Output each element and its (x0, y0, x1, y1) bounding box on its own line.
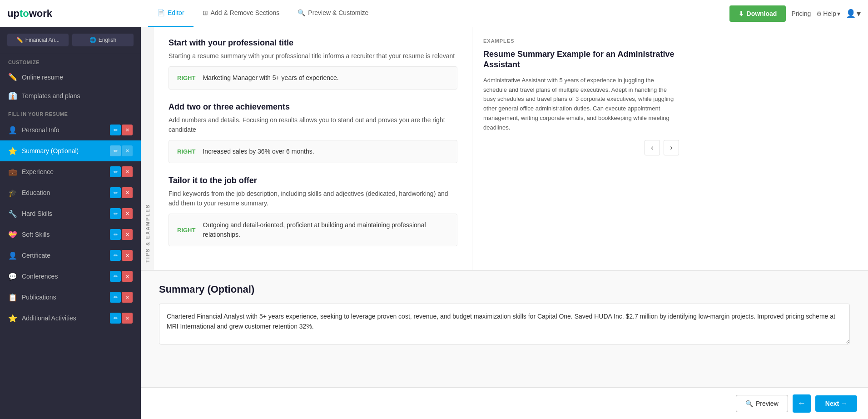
education-label: Education (22, 189, 105, 196)
sidebar-item-publications[interactable]: 📋 Publications ✏ ✕ (0, 287, 141, 308)
example-body: Administrative Assistant with 5 years of… (483, 76, 679, 133)
certificate-edit-button[interactable]: ✏ (110, 250, 121, 261)
content-area: TIPS & EXAMPLES Start with your professi… (141, 27, 868, 387)
tips-content: Start with your professional title Start… (154, 27, 472, 270)
sidebar-item-hard-skills[interactable]: 🔧 Hard Skills ✏ ✕ (0, 203, 141, 224)
example-title: Resume Summary Example for an Administra… (483, 49, 679, 70)
download-button[interactable]: ⬇ Download (729, 5, 786, 22)
education-icon: 🎓 (8, 189, 17, 197)
soft-skills-delete-button[interactable]: ✕ (122, 229, 133, 240)
next-button[interactable]: Next → (815, 395, 857, 412)
tab-add-remove[interactable]: ⊞ Add & Remove Sections (193, 0, 289, 27)
preview-search-icon: 🔍 (745, 400, 753, 407)
certificate-label: Certificate (22, 252, 105, 259)
conferences-label: Conferences (22, 273, 105, 280)
soft-skills-label: Soft Skills (22, 231, 105, 238)
add-remove-icon: ⊞ (203, 9, 208, 16)
sidebar-item-experience[interactable]: 💼 Experience ✏ ✕ (0, 161, 141, 182)
conferences-actions: ✏ ✕ (110, 271, 133, 282)
preview-btn-label: Preview (756, 400, 779, 407)
file-name-button[interactable]: ✏️ Financial An... (7, 34, 69, 46)
tab-editor-label: Editor (168, 9, 184, 16)
logo: uptowork (7, 8, 52, 20)
logo-area: uptowork (7, 8, 148, 20)
example-prev-button[interactable]: ‹ (645, 140, 660, 155)
tip-title-2: Add two or three achievements (169, 102, 457, 112)
language-button[interactable]: 🌐 English (72, 34, 134, 46)
globe-icon: 🌐 (89, 37, 96, 43)
soft-skills-edit-button[interactable]: ✏ (110, 229, 121, 240)
sidebar-item-templates[interactable]: 👔 Templates and plans (0, 86, 141, 105)
help-chevron-icon: ▾ (837, 10, 840, 17)
certificate-icon: 👤 (8, 251, 17, 260)
publications-actions: ✏ ✕ (110, 292, 133, 303)
personal-info-edit-button[interactable]: ✏ (110, 125, 121, 135)
language-label: English (99, 37, 116, 43)
education-delete-button[interactable]: ✕ (122, 187, 133, 198)
hard-skills-delete-button[interactable]: ✕ (122, 208, 133, 219)
experience-edit-button[interactable]: ✏ (110, 166, 121, 177)
education-edit-button[interactable]: ✏ (110, 187, 121, 198)
certificate-actions: ✏ ✕ (110, 250, 133, 261)
online-resume-label: Online resume (22, 74, 133, 81)
summary-edit-button[interactable]: ✏ (110, 145, 121, 156)
pricing-link[interactable]: Pricing (791, 10, 811, 17)
help-link[interactable]: ⚙ Help ▾ (816, 10, 840, 17)
tip-desc-3: Find keywords from the job description, … (169, 189, 457, 208)
back-button[interactable]: ← (793, 394, 811, 413)
summary-delete-button[interactable]: ✕ (122, 145, 133, 156)
experience-delete-button[interactable]: ✕ (122, 166, 133, 177)
personal-info-delete-button[interactable]: ✕ (122, 125, 133, 135)
right-badge-1: RIGHT (177, 75, 195, 81)
tip-title-1: Start with your professional title (169, 38, 457, 48)
additional-icon: ⭐ (8, 314, 17, 323)
editor-icon: 📄 (157, 9, 165, 16)
download-label: Download (747, 10, 777, 17)
hard-skills-actions: ✏ ✕ (110, 208, 133, 219)
sidebar-item-personal-info[interactable]: 👤 Personal Info ✏ ✕ (0, 120, 141, 140)
education-actions: ✏ ✕ (110, 187, 133, 198)
hard-skills-edit-button[interactable]: ✏ (110, 208, 121, 219)
summary-icon: ⭐ (8, 147, 17, 155)
tab-preview-label: Preview & Customize (308, 9, 368, 16)
nav-right: ⬇ Download Pricing ⚙ Help ▾ 👤 ▾ (729, 5, 861, 22)
publications-icon: 📋 (8, 293, 17, 302)
conferences-edit-button[interactable]: ✏ (110, 271, 121, 282)
sidebar-item-online-resume[interactable]: ✏️ Online resume (0, 68, 141, 86)
experience-label: Experience (22, 168, 105, 175)
tab-editor[interactable]: 📄 Editor (148, 0, 193, 27)
summary-actions: ✏ ✕ (110, 145, 133, 156)
tip-title-3: Tailor it to the job offer (169, 176, 457, 185)
customize-section-label: CUSTOMIZE (0, 53, 141, 68)
tip-example-text-1: Marketing Manager with 5+ years of exper… (203, 73, 338, 83)
summary-textarea[interactable] (159, 304, 850, 344)
additional-delete-button[interactable]: ✕ (122, 313, 133, 324)
tab-preview[interactable]: 🔍 Preview & Customize (288, 0, 377, 27)
tip-example-text-3: Outgoing and detail-oriented, proficient… (203, 220, 449, 239)
example-navigation: ‹ › (483, 140, 679, 155)
tab-add-remove-label: Add & Remove Sections (211, 9, 280, 16)
user-chevron-icon: ▾ (857, 9, 861, 19)
publications-edit-button[interactable]: ✏ (110, 292, 121, 303)
preview-button[interactable]: 🔍 Preview (736, 395, 788, 412)
sidebar-item-certificate[interactable]: 👤 Certificate ✏ ✕ (0, 245, 141, 266)
tip-example-3: RIGHT Outgoing and detail-oriented, prof… (169, 214, 457, 246)
soft-skills-icon: 💝 (8, 230, 17, 239)
sidebar-item-summary[interactable]: ⭐ Summary (Optional) ✏ ✕ (0, 140, 141, 161)
summary-form-section: Summary (Optional) (141, 271, 868, 387)
certificate-delete-button[interactable]: ✕ (122, 250, 133, 261)
conferences-delete-button[interactable]: ✕ (122, 271, 133, 282)
nav-tabs: 📄 Editor ⊞ Add & Remove Sections 🔍 Previ… (148, 0, 729, 27)
additional-edit-button[interactable]: ✏ (110, 313, 121, 324)
user-avatar-button[interactable]: 👤 ▾ (846, 9, 861, 19)
tip-block-3: Tailor it to the job offer Find keywords… (169, 176, 457, 246)
tips-section: TIPS & EXAMPLES Start with your professi… (141, 27, 868, 271)
sidebar-item-conferences[interactable]: 💬 Conferences ✏ ✕ (0, 266, 141, 287)
publications-delete-button[interactable]: ✕ (122, 292, 133, 303)
bottom-bar: 🔍 Preview ← Next → (141, 387, 868, 419)
sidebar-item-additional[interactable]: ⭐ Additional Activities ✏ ✕ (0, 308, 141, 329)
sidebar-item-soft-skills[interactable]: 💝 Soft Skills ✏ ✕ (0, 224, 141, 245)
top-navigation: uptowork 📄 Editor ⊞ Add & Remove Section… (0, 0, 868, 27)
example-next-button[interactable]: › (664, 140, 679, 155)
sidebar-item-education[interactable]: 🎓 Education ✏ ✕ (0, 182, 141, 203)
